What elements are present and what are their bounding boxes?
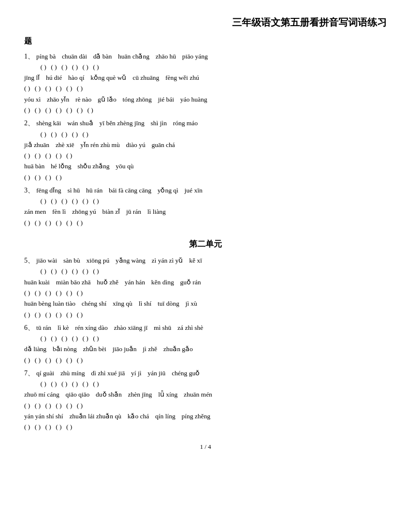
pinyin-text: lǚ xíng: [158, 389, 181, 400]
answer-blank: ( ): [77, 84, 85, 93]
answer-row: ( ) ( ) ( ) ( ) ( ) ( ): [24, 196, 387, 206]
group-number: 6、: [24, 324, 34, 331]
answer-blank: ( ): [61, 62, 69, 72]
group-number: 7、: [24, 369, 34, 377]
answer-blank: ( ): [51, 266, 59, 276]
answer-row: ( ) ( ) ( ) ( ) ( ) ( ): [24, 379, 387, 389]
answer-blank: ( ): [77, 105, 85, 115]
answer-blank: ( ): [66, 288, 74, 298]
answer-blank: ( ): [77, 401, 85, 411]
pinyin-text: zhuǎn lái zhuǎn qù: [69, 411, 124, 422]
answer-blank: ( ): [61, 196, 69, 206]
answer-blank: ( ): [77, 218, 85, 228]
content-area: 1、píng bà chuān dài dǎ bàn huān chǎng zh…: [24, 50, 387, 228]
pinyin-text: píng bà: [36, 51, 59, 62]
answer-blank: ( ): [93, 379, 101, 389]
page-title: 三年级语文第五册看拼音写词语练习: [24, 15, 387, 30]
answer-blank: ( ): [93, 196, 101, 206]
answer-blank: ( ): [72, 334, 80, 343]
answer-blank: ( ): [61, 130, 69, 139]
pinyin-text: chuān dài: [62, 51, 90, 62]
pinyin-text: tū rán: [36, 322, 55, 334]
answer-blank: ( ): [72, 62, 80, 72]
pinyin-text: yáo huàng: [180, 94, 211, 105]
answer-row: ( ) ( ) ( ) ( ) ( ) ( ): [24, 355, 387, 365]
pinyin-text: bái fà cāng cāng: [109, 185, 155, 196]
answer-blank: ( ): [77, 355, 85, 365]
answer-blank: ( ): [72, 379, 80, 389]
answer-blank: ( ): [41, 266, 48, 276]
group-number: 3、: [24, 187, 34, 194]
answer-blank: ( ): [45, 218, 53, 228]
answer-blank: ( ): [35, 355, 43, 365]
pinyin-row: zán men fèn lì zhōng yú biàn zǐ jū rán l…: [24, 206, 387, 218]
answer-blank: ( ): [35, 173, 43, 182]
pinyin-row: 1、píng bà chuān dài dǎ bàn huān chǎng zh…: [24, 50, 387, 62]
group-number: 1、: [24, 53, 34, 60]
pinyin-text: sì hū: [67, 185, 83, 196]
subject-label: 题: [24, 35, 387, 47]
answer-blank: ( ): [56, 288, 63, 298]
pinyin-text: huān bèng luàn tiào: [24, 298, 79, 310]
answer-blank: ( ): [41, 379, 48, 389]
pinyin-text: hú dié: [46, 72, 65, 84]
answer-blank: ( ): [93, 62, 101, 72]
answer-blank: ( ): [51, 379, 59, 389]
pinyin-text: guǒ rán: [180, 277, 204, 288]
pinyin-text: zhuǎn gǎo: [163, 343, 196, 355]
group-number: 5、: [24, 257, 34, 264]
pinyin-text: tóng zhōng: [123, 94, 155, 105]
pinyin-text: dǎ bàn: [93, 51, 115, 62]
pinyin-text: kǒng què wǔ: [90, 72, 130, 84]
pinyin-row: yán yán shí shí zhuǎn lái zhuǎn qù kǎo c…: [24, 411, 387, 422]
answer-blank: ( ): [66, 401, 74, 411]
pinyin-text: yóu xì: [24, 94, 44, 105]
answer-blank: ( ): [45, 401, 53, 411]
pinyin-text: huān chǎng: [118, 51, 153, 62]
answer-blank: ( ): [61, 334, 69, 343]
answer-blank: ( ): [83, 266, 90, 276]
answer-blank: ( ): [72, 196, 80, 206]
answer-blank: ( ): [51, 130, 59, 139]
answer-blank: ( ): [66, 105, 74, 115]
pinyin-row: 2、shèng kāi wán shuǎ yī běn zhèng jīng s…: [24, 117, 387, 129]
pinyin-text: yǎng wàng: [116, 255, 149, 266]
pinyin-text: zhù míng: [60, 368, 88, 379]
exercise-group: 1、píng bà chuān dài dǎ bàn huān chǎng zh…: [24, 50, 387, 116]
pinyin-text: gǔ lǎo: [98, 94, 119, 105]
answer-blank: ( ): [61, 266, 69, 276]
pinyin-text: jīng lǐ: [24, 72, 43, 84]
pinyin-text: zhāo hū: [156, 51, 179, 62]
answer-blank: ( ): [56, 310, 63, 320]
exercise-group: 6、tū rán lì kè rén xíng dào zhào xiāng j…: [24, 322, 387, 365]
answer-row: ( ) ( ) ( ) ( ) ( ) ( ): [24, 288, 387, 298]
pinyin-text: yǐn rén zhù mù: [80, 139, 123, 151]
pinyin-text: qiāo qiāo: [65, 389, 93, 400]
pinyin-text: chéng guǒ: [172, 368, 203, 379]
answer-blank: ( ): [24, 105, 32, 115]
answer-blank: ( ): [93, 334, 101, 343]
pinyin-row: zhuō mí cáng qiāo qiāo duǒ shǎn zhèn jīn…: [24, 389, 387, 400]
answer-blank: ( ): [45, 84, 53, 93]
group-number: 2、: [24, 119, 34, 127]
pinyin-text: rè nào: [75, 94, 95, 105]
pinyin-text: zhè xiē: [56, 139, 77, 151]
answer-blank: ( ): [24, 401, 32, 411]
pinyin-text: yán yán shí shí: [24, 411, 66, 422]
answer-row: ( ) ( ) ( ) ( ) ( ) ( ) ( ): [24, 105, 387, 115]
pinyin-text: zhǔn bèi: [83, 343, 110, 355]
pinyin-text: jì zhě: [143, 343, 160, 355]
pinyin-text: huā bàn: [24, 161, 48, 172]
answer-blank: ( ): [93, 266, 101, 276]
answer-blank: ( ): [56, 105, 63, 115]
pinyin-text: lì liàng: [147, 206, 169, 218]
pinyin-text: tuī dòng: [158, 298, 182, 310]
pinyin-row: 6、tū rán lì kè rén xíng dào zhào xiāng j…: [24, 322, 387, 334]
answer-blank: ( ): [41, 130, 48, 139]
answer-blank: ( ): [56, 151, 63, 161]
exercise-group: 7、qí guài zhù míng dì zhì xué jiā yí jì …: [24, 367, 387, 432]
answer-blank: ( ): [35, 84, 43, 93]
answer-blank: ( ): [24, 151, 32, 161]
content-area-2: 5、jiāo wài sàn bù xiōng pú yǎng wàng zì …: [24, 254, 387, 432]
pinyin-text: jié bái: [158, 94, 177, 105]
